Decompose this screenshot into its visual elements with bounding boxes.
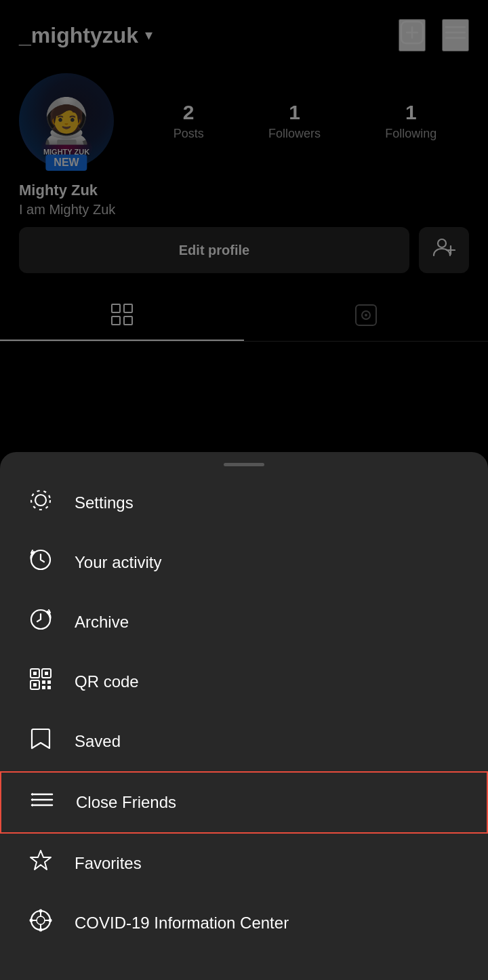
saved-label: Saved — [75, 732, 121, 751]
svg-rect-27 — [47, 680, 51, 684]
svg-rect-25 — [33, 683, 37, 687]
svg-rect-21 — [33, 672, 37, 675]
activity-label: Your activity — [75, 553, 162, 572]
menu-item-settings[interactable]: Settings — [0, 473, 488, 533]
svg-rect-23 — [45, 672, 48, 675]
svg-point-44 — [39, 928, 43, 932]
archive-label: Archive — [75, 613, 129, 632]
svg-point-45 — [30, 919, 33, 922]
menu-item-saved[interactable]: Saved — [0, 712, 488, 771]
menu-item-activity[interactable]: Your activity — [0, 533, 488, 592]
svg-marker-33 — [32, 793, 35, 796]
svg-point-38 — [37, 916, 45, 924]
svg-point-17 — [31, 491, 50, 510]
covid-icon — [27, 908, 54, 938]
svg-rect-28 — [42, 686, 45, 689]
favorites-label: Favorites — [75, 854, 142, 873]
svg-marker-35 — [32, 804, 35, 807]
covid-label: COVID-19 Information Center — [75, 914, 289, 933]
svg-marker-36 — [30, 851, 51, 870]
close-friends-label: Close Friends — [76, 793, 176, 812]
svg-marker-34 — [32, 798, 35, 801]
settings-icon — [27, 488, 54, 518]
close-friends-icon — [28, 788, 56, 817]
saved-icon — [27, 727, 54, 756]
settings-label: Settings — [75, 493, 134, 512]
menu-item-covid[interactable]: COVID-19 Information Center — [0, 893, 488, 953]
sheet-handle — [224, 463, 264, 466]
menu-item-archive[interactable]: Archive — [0, 592, 488, 652]
archive-icon — [27, 607, 54, 637]
svg-rect-29 — [47, 686, 51, 689]
favorites-icon — [27, 849, 54, 878]
menu-item-close-friends[interactable]: Close Friends — [0, 771, 488, 834]
menu-item-favorites[interactable]: Favorites — [0, 834, 488, 893]
svg-point-43 — [39, 910, 43, 913]
qr-icon — [27, 667, 54, 697]
svg-point-46 — [49, 919, 52, 922]
svg-rect-26 — [42, 680, 45, 684]
activity-icon — [27, 548, 54, 577]
menu-item-qr[interactable]: QR code — [0, 652, 488, 712]
qr-label: QR code — [75, 672, 139, 691]
bottom-sheet: Settings Your activity Archive — [0, 452, 488, 980]
svg-point-16 — [35, 495, 46, 506]
